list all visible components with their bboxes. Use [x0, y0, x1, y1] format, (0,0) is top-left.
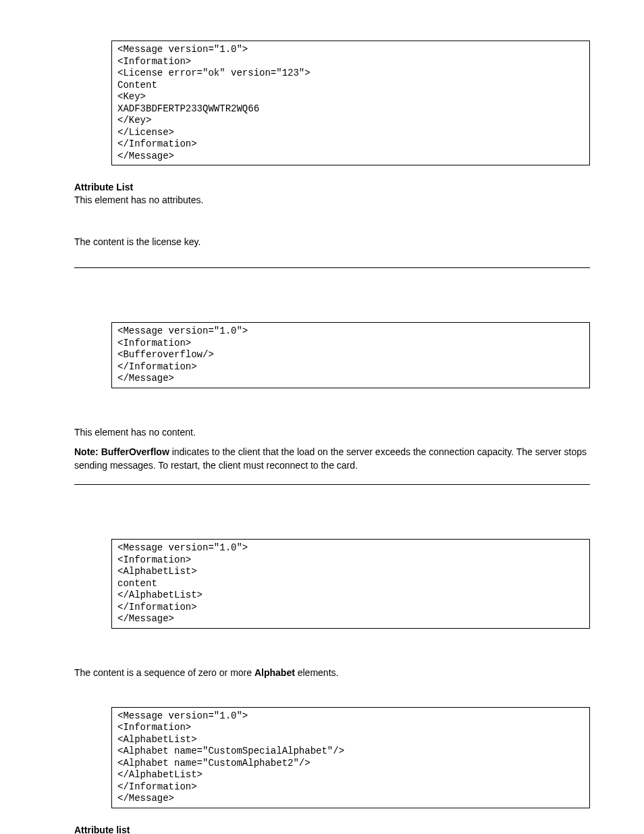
heading-attribute-list-2: Attribute list — [74, 825, 590, 834]
code-block-3: <Message version="1.0"> <Information> <A… — [111, 539, 590, 629]
seq-pre: The content is a sequence of zero or mor… — [74, 667, 254, 678]
code-block-1: <Message version="1.0"> <Information> <L… — [111, 41, 590, 165]
code-block-4: <Message version="1.0"> <Information> <A… — [111, 707, 590, 808]
section-divider-2 — [74, 484, 590, 485]
paragraph-alphabet-seq: The content is a sequence of zero or mor… — [74, 667, 590, 680]
seq-post: elements. — [295, 667, 339, 678]
heading-attribute-list-1: Attribute List — [74, 182, 590, 192]
code-block-2: <Message version="1.0"> <Information> <B… — [111, 322, 590, 388]
paragraph-no-attributes: This element has no attributes. — [74, 194, 590, 207]
document-page: <Message version="1.0"> <Information> <L… — [0, 0, 644, 834]
section-divider-1 — [74, 267, 590, 268]
paragraph-note: Note: BufferOverflow indicates to the cl… — [74, 446, 590, 472]
seq-bold: Alphabet — [254, 667, 295, 678]
paragraph-no-content: This element has no content. — [74, 426, 590, 440]
paragraph-license-key: The content is the license key. — [74, 236, 590, 249]
note-label: Note: BufferOverflow — [74, 446, 169, 457]
